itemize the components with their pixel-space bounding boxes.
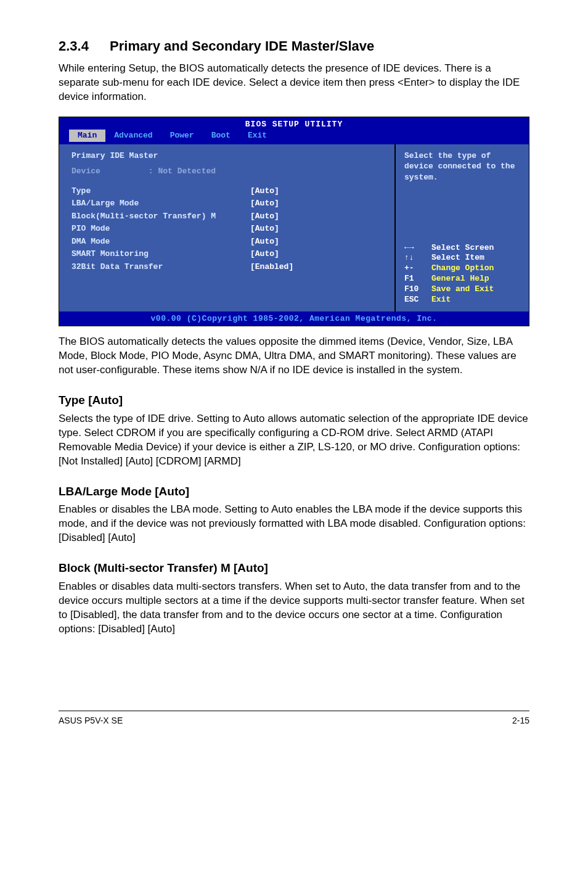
bios-option-value: [Auto] — [250, 223, 279, 234]
bios-option-row[interactable]: LBA/Large Mode [Auto] — [71, 198, 385, 209]
bios-key-row: +-Change Option — [404, 263, 523, 274]
bios-option-row[interactable]: Block(Multi-sector Transfer) M [Auto] — [71, 211, 385, 222]
key-icon: F1 — [404, 274, 431, 284]
footer-left: ASUS P5V-X SE — [59, 715, 123, 727]
subsection-heading: Block (Multi-sector Transfer) M [Auto] — [59, 560, 529, 576]
key-desc: Exit — [431, 295, 451, 305]
bios-device-value: : Not Detected — [149, 167, 216, 176]
bios-option-value: [Auto] — [250, 186, 279, 197]
subsection-body: Enables or disables data multi-sectors t… — [59, 580, 529, 637]
bios-device-row: Device : Not Detected — [71, 166, 385, 177]
key-desc: Select Screen — [431, 243, 494, 254]
key-icon: F10 — [404, 284, 431, 295]
bios-left-pane: Primary IDE Master Device : Not Detected… — [59, 144, 394, 311]
bios-option-label: 32Bit Data Transfer — [71, 262, 250, 273]
bios-option-value: [Auto] — [250, 236, 279, 247]
key-desc: Save and Exit — [431, 284, 494, 295]
bios-key-row: F1General Help — [404, 274, 523, 284]
bios-tab-power[interactable]: Power — [161, 130, 203, 142]
bios-submenu-heading: Primary IDE Master — [71, 151, 385, 162]
bios-key-legend: ←→Select Screen ↑↓Select Item +-Change O… — [404, 243, 523, 305]
subsection-body: Enables or disables the LBA mode. Settin… — [59, 503, 529, 545]
key-desc: Change Option — [431, 263, 494, 274]
subsection-heading: LBA/Large Mode [Auto] — [59, 484, 529, 500]
bios-device-label: Device — [71, 167, 100, 176]
key-desc: Select Item — [431, 253, 484, 263]
section-title: Primary and Secondary IDE Master/Slave — [110, 38, 374, 54]
bios-option-label: SMART Monitoring — [71, 249, 250, 260]
bios-body: Primary IDE Master Device : Not Detected… — [59, 144, 529, 311]
bios-option-value: [Auto] — [250, 249, 279, 260]
bios-copyright-footer: v00.00 (C)Copyright 1985-2002, American … — [59, 311, 529, 326]
bios-option-label: Type — [71, 186, 250, 197]
key-icon: ESC — [404, 295, 431, 305]
bios-tab-bar: Main Advanced Power Boot Exit — [59, 130, 529, 144]
bios-option-label: DMA Mode — [71, 236, 250, 247]
key-icon: ↑↓ — [404, 253, 431, 263]
bios-help-text: Select the type of device connected to t… — [404, 151, 523, 243]
bios-key-row: ESCExit — [404, 295, 523, 305]
bios-option-label: Block(Multi-sector Transfer) M — [71, 211, 250, 222]
bios-tab-boot[interactable]: Boot — [203, 130, 239, 142]
bios-tab-main[interactable]: Main — [69, 130, 105, 142]
bios-help-pane: Select the type of device connected to t… — [394, 144, 529, 311]
bios-title: BIOS SETUP UTILITY — [59, 117, 529, 130]
key-icon: ←→ — [404, 243, 431, 254]
bios-key-row: ↑↓Select Item — [404, 253, 523, 263]
bios-tab-advanced[interactable]: Advanced — [105, 130, 161, 142]
bios-key-row: F10Save and Exit — [404, 284, 523, 295]
bios-option-row[interactable]: 32Bit Data Transfer [Enabled] — [71, 262, 385, 273]
page-footer: ASUS P5V-X SE 2-15 — [59, 711, 529, 727]
subsection-heading: Type [Auto] — [59, 392, 529, 408]
bios-screenshot: BIOS SETUP UTILITY Main Advanced Power B… — [59, 117, 529, 327]
bios-option-label: LBA/Large Mode — [71, 198, 250, 209]
bios-tab-exit[interactable]: Exit — [239, 130, 276, 142]
bios-option-row[interactable]: DMA Mode [Auto] — [71, 236, 385, 247]
key-icon: +- — [404, 263, 431, 274]
bios-option-row[interactable]: SMART Monitoring [Auto] — [71, 249, 385, 260]
bios-key-row: ←→Select Screen — [404, 243, 523, 254]
bios-option-label: PIO Mode — [71, 223, 250, 234]
bios-option-value: [Auto] — [250, 211, 279, 222]
bios-option-row[interactable]: Type [Auto] — [71, 186, 385, 197]
key-desc: General Help — [431, 274, 489, 284]
post-bios-paragraph: The BIOS automatically detects the value… — [59, 335, 529, 377]
footer-right: 2-15 — [512, 715, 529, 727]
intro-paragraph: While entering Setup, the BIOS automatic… — [59, 62, 529, 104]
bios-option-value: [Enabled] — [250, 262, 293, 273]
bios-option-row[interactable]: PIO Mode [Auto] — [71, 223, 385, 234]
bios-option-value: [Auto] — [250, 198, 279, 209]
section-number: 2.3.4 — [59, 37, 89, 56]
subsection-body: Selects the type of IDE drive. Setting t… — [59, 412, 529, 469]
section-heading: 2.3.4 Primary and Secondary IDE Master/S… — [59, 37, 529, 56]
